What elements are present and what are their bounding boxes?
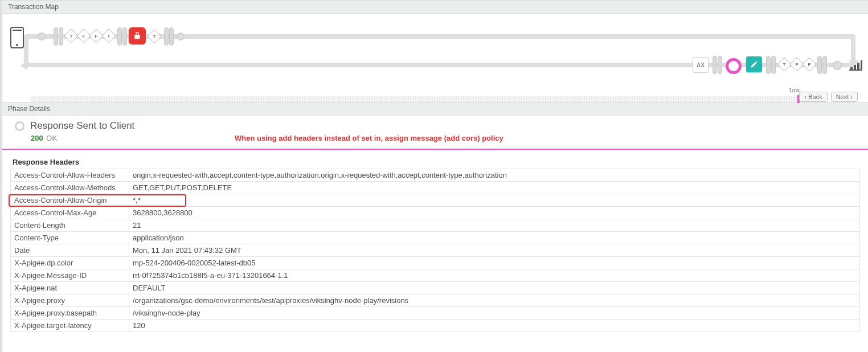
header-value: 21: [129, 219, 860, 232]
header-value: 3628800,3628800: [129, 207, 860, 219]
header-value: Mon, 11 Jan 2021 07:43:32 GMT: [129, 244, 860, 257]
bottom-policy-conditions[interactable]: TFF: [779, 59, 814, 69]
target-postflow[interactable]: [817, 56, 827, 76]
response-headers-title: Response Headers: [10, 158, 860, 169]
phase-header: Response Sent to Client 200 OK When usin…: [2, 116, 868, 145]
condition-diamond[interactable]: T: [101, 28, 116, 43]
header-value: GET,GET,PUT,POST,DELETE: [129, 182, 860, 194]
header-name: Content-Length: [11, 219, 129, 232]
table-row: X-Apigee.proxy.basepath/viksinghv-node-p…: [11, 307, 860, 320]
header-value: mp-524-200406-0020052-latest-db05: [129, 257, 860, 269]
condition-letter: T: [70, 33, 73, 38]
top-tail-diamond[interactable]: T: [149, 31, 159, 42]
proxy-postflow-start[interactable]: [164, 27, 174, 47]
table-row: Access-Control-Allow-MethodsGET,GET,PUT,…: [11, 182, 860, 194]
flow-dot[interactable]: [177, 32, 185, 42]
flow-ring-selected[interactable]: [726, 58, 742, 74]
analytics-policy-icon[interactable]: AX: [693, 57, 709, 73]
header-name: X-Apigee.Message-ID: [11, 269, 129, 282]
page-frame: Transaction Map TFFT T: [0, 0, 868, 352]
table-row: Access-Control-Allow-Origin*,*: [11, 194, 860, 207]
header-value: 120: [129, 320, 860, 332]
proxy-preflow-start[interactable]: [54, 27, 63, 47]
step-separator: [766, 56, 776, 76]
header-name: X-Apigee.target-latency: [11, 320, 129, 332]
header-name: Date: [11, 244, 129, 257]
header-value: /organizations/gsc-demo/environments/tes…: [129, 294, 860, 307]
arrow-left-icon: [21, 60, 27, 71]
table-row: DateMon, 11 Jan 2021 07:43:32 GMT: [11, 244, 860, 257]
header-value: rrt-0f725374b1cb188f5-a-eu-371-13201664-…: [129, 269, 860, 282]
condition-diamond[interactable]: F: [89, 28, 103, 43]
status-code: 200: [31, 134, 43, 142]
flow-dot[interactable]: [38, 32, 46, 42]
header-name: Access-Control-Allow-Methods: [11, 182, 129, 194]
header-name: X-Apigee.nat: [11, 282, 129, 294]
table-row: Content-Typeapplication/json: [11, 232, 860, 244]
back-button[interactable]: ‹ Back: [799, 92, 827, 102]
condition-letter: T: [108, 33, 110, 38]
oauth-policy-icon[interactable]: [129, 27, 146, 44]
header-value: /viksinghv-node-play: [129, 307, 860, 320]
flow-dot[interactable]: [833, 61, 842, 72]
header-value: DEFAULT: [129, 282, 860, 294]
table-row: X-Apigee.natDEFAULT: [11, 282, 860, 294]
assign-message-policy-icon[interactable]: [746, 56, 762, 72]
table-row: Access-Control-Allow-Headersorigin,x-req…: [11, 169, 860, 182]
table-row: X-Apigee.target-latency120: [11, 320, 860, 332]
header-name: X-Apigee.proxy.basepath: [11, 307, 129, 320]
condition-diamond[interactable]: T: [64, 28, 78, 43]
header-name: Access-Control-Allow-Headers: [11, 169, 129, 182]
condition-diamond[interactable]: T: [777, 57, 791, 71]
table-row: X-Apigee.proxy/organizations/gsc-demo/en…: [11, 294, 860, 307]
header-value: application/json: [129, 232, 860, 244]
target-server-icon[interactable]: [849, 59, 862, 72]
header-name: X-Apigee.dp.color: [11, 257, 129, 269]
table-row: X-Apigee.Message-IDrrt-0f725374b1cb188f5…: [11, 269, 860, 282]
target-preflow[interactable]: [713, 56, 722, 76]
table-row: Content-Length21: [11, 219, 860, 232]
phase-separator: [2, 149, 868, 150]
condition-letter: F: [83, 33, 85, 38]
status-reason: OK: [46, 134, 57, 142]
condition-letter: F: [95, 33, 98, 38]
header-name: Access-Control-Allow-Origin: [11, 194, 129, 207]
header-value: origin,x-requested-with,accept,content-t…: [129, 169, 860, 182]
phase-title: Response Sent to Client: [30, 120, 134, 132]
phase-details-title: Phase Details: [2, 102, 868, 116]
response-headers-section: Response Headers Access-Control-Allow-He…: [2, 158, 868, 332]
timeline-label: 1ms: [789, 87, 800, 93]
table-row: X-Apigee.dp.colormp-524-200406-0020052-l…: [11, 257, 860, 269]
response-headers-table: Access-Control-Allow-Headersorigin,x-req…: [10, 169, 860, 332]
transaction-map: TFFT T TFF: [2, 14, 868, 102]
condition-letter: F: [796, 62, 799, 67]
header-value: *,*: [129, 194, 860, 207]
timeline[interactable]: 1ms: [31, 96, 800, 102]
table-row: Access-Control-Max-Age3628800,3628800: [11, 207, 860, 219]
condition-letter: F: [808, 62, 811, 67]
header-name: X-Apigee.proxy: [11, 294, 129, 307]
phase-annotation: When using add headers instead of set in…: [235, 134, 503, 142]
condition-diamond[interactable]: F: [802, 57, 816, 71]
phase-dot-icon: [15, 121, 24, 131]
header-name: Access-Control-Max-Age: [11, 207, 129, 219]
condition-diamond[interactable]: F: [789, 57, 804, 71]
step-separator: [117, 27, 127, 47]
condition-letter: T: [783, 62, 786, 67]
next-button[interactable]: Next ›: [831, 92, 858, 102]
header-name: Content-Type: [11, 232, 129, 244]
client-device-icon[interactable]: [10, 27, 24, 48]
condition-diamond[interactable]: F: [76, 28, 91, 43]
transaction-map-title: Transaction Map: [2, 0, 868, 14]
top-policy-conditions[interactable]: TFFT: [66, 31, 114, 41]
